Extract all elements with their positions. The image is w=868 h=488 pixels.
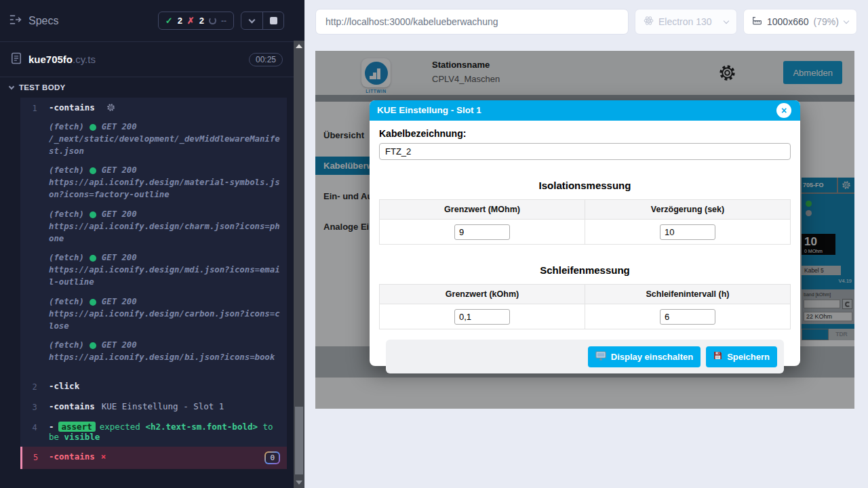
fetch-status: GET 200 — [102, 209, 137, 221]
spec-name: kue705fo — [28, 54, 73, 65]
status-dot-icon — [90, 342, 96, 349]
cypress-header: Specs ✓ 2 ✗ 2 -- — [0, 0, 294, 42]
monitor-icon — [595, 351, 606, 363]
spec-extension: .cy.ts — [73, 54, 96, 65]
loop-col2-header: Schleifenintervall (h) — [585, 285, 791, 304]
pending-count: -- — [221, 16, 226, 26]
status-dot-icon — [90, 299, 96, 306]
passed-icon: ✓ — [165, 16, 173, 26]
fetch-status: GET 200 — [102, 340, 137, 352]
stop-button[interactable] — [262, 12, 283, 29]
command-log: 1 -contains (fetch)GET 200 /_next/static… — [20, 98, 287, 469]
fetch-url: /_next/static/development/_devMiddleware… — [49, 134, 280, 158]
command-name: -contains — [49, 401, 95, 411]
command-row[interactable]: 1 -contains (fetch)GET 200 /_next/static… — [20, 98, 287, 376]
fetch-entry[interactable]: (fetch)GET 200 https://api.iconify.desig… — [49, 296, 280, 332]
passed-count: 2 — [178, 16, 182, 26]
loop-section-title: Schleifenmessung — [379, 264, 791, 276]
specs-label: Specs — [28, 15, 58, 27]
cable-name-input[interactable] — [379, 143, 791, 160]
fetch-url: https://api.iconify.design/bi.json?icons… — [49, 352, 280, 364]
fetch-label: (fetch) — [49, 340, 84, 352]
status-dot-icon — [90, 211, 96, 218]
modal-header: KUE Einstellung - Slot 1 × — [370, 100, 800, 121]
modal-footer: Display einschalten Speichern — [386, 340, 784, 373]
command-name: -contains — [49, 451, 95, 464]
main-area: http://localhost:3000/kabelueberwachung … — [304, 0, 868, 488]
command-number: 2 — [20, 381, 49, 392]
fetch-entry[interactable]: (fetch)GET 200 https://api.iconify.desig… — [49, 340, 280, 364]
close-icon: × — [781, 100, 787, 121]
fetch-label: (fetch) — [49, 209, 84, 221]
command-name: -click — [49, 381, 79, 391]
isolation-col2-header: Verzögerung (sek) — [585, 200, 791, 220]
loop-col1-header: Grenzwert (kOhm) — [380, 285, 585, 304]
command-name: -contains — [49, 102, 95, 113]
loop-table: Grenzwert (kOhm) Schleifenintervall (h) — [379, 284, 791, 329]
retry-count-badge: 0 — [264, 451, 280, 464]
chevron-down-icon — [9, 84, 14, 89]
status-dot-icon — [90, 167, 96, 174]
url-bar[interactable]: http://localhost:3000/kabelueberwachung — [315, 9, 629, 35]
loop-limit-input[interactable] — [454, 309, 510, 325]
save-label: Speichern — [727, 352, 770, 362]
command-row-failed[interactable]: 5 -contains × 0 — [20, 447, 287, 469]
chevron-down-icon — [844, 18, 849, 23]
fetch-entry[interactable]: (fetch)GET 200 /_next/static/development… — [49, 121, 280, 157]
command-dash: - — [49, 422, 54, 432]
viewport-selector[interactable]: 1000x660 (79%) — [743, 9, 857, 35]
fetch-url: https://api.iconify.design/charm.json?ic… — [49, 221, 280, 245]
isolation-limit-input[interactable] — [454, 224, 510, 240]
fail-x-icon: × — [101, 451, 106, 464]
status-dot-icon — [90, 255, 96, 262]
cable-name-label: Kabelbezeichnung: — [379, 128, 791, 139]
loop-interval-input[interactable] — [660, 309, 715, 325]
test-body-label: TEST BODY — [19, 83, 66, 92]
cypress-sidebar: Specs ✓ 2 ✗ 2 -- kue705fo.cy.ts 00:25 TE… — [0, 0, 294, 488]
command-row[interactable]: 2 -click — [20, 376, 287, 396]
gear-icon[interactable] — [106, 104, 115, 114]
stop-icon — [270, 17, 277, 24]
command-number: 1 — [20, 102, 49, 371]
command-number: 3 — [20, 401, 49, 412]
scroll-down-arrow-icon[interactable] — [296, 481, 302, 485]
isolation-section-title: Isolationsmessung — [379, 180, 791, 191]
display-on-button[interactable]: Display einschalten — [588, 346, 701, 367]
modal-title: KUE Einstellung - Slot 1 — [377, 105, 481, 115]
isolation-table: Grenzwert (MOhm) Verzögerung (sek) — [379, 199, 791, 245]
status-dot-icon — [90, 124, 96, 131]
fetch-status: GET 200 — [102, 252, 137, 264]
isolation-col1-header: Grenzwert (MOhm) — [380, 200, 585, 220]
sidebar-scrollbar — [294, 0, 304, 488]
document-icon — [11, 52, 22, 67]
specs-list-icon[interactable] — [9, 14, 22, 28]
scroll-up-arrow-icon[interactable] — [296, 44, 302, 48]
close-button[interactable]: × — [776, 103, 791, 118]
assert-badge: assert — [58, 422, 96, 432]
test-body-section-header[interactable]: TEST BODY — [0, 77, 294, 98]
fetch-label: (fetch) — [49, 165, 84, 177]
fetch-entry[interactable]: (fetch)GET 200 https://api.iconify.desig… — [49, 209, 280, 245]
fetch-entry[interactable]: (fetch)GET 200 https://api.iconify.desig… — [49, 252, 280, 288]
ruler-icon — [752, 16, 762, 28]
command-row[interactable]: 4 -assertexpected <h2.text-sm.font-bold>… — [20, 417, 287, 447]
fetch-url: https://api.iconify.design/material-symb… — [49, 177, 280, 201]
fetch-url: https://api.iconify.design/carbon.json?i… — [49, 308, 280, 333]
collapse-all-button[interactable] — [241, 12, 262, 29]
fetch-status: GET 200 — [102, 296, 137, 308]
command-row[interactable]: 3 -containsKUE Einstellung - Slot 1 — [20, 396, 287, 417]
browser-selector[interactable]: Electron 130 — [635, 9, 737, 35]
electron-icon — [644, 16, 654, 28]
scrollbar-track[interactable] — [294, 41, 304, 488]
run-controls — [241, 12, 284, 30]
chevron-down-icon — [724, 18, 729, 23]
display-on-label: Display einschalten — [611, 352, 693, 362]
scrollbar-thumb[interactable] — [295, 407, 303, 474]
floppy-disk-icon — [713, 351, 722, 362]
browser-name: Electron 130 — [658, 16, 712, 27]
fetch-entry[interactable]: (fetch)GET 200 https://api.iconify.desig… — [49, 165, 280, 201]
isolation-delay-input[interactable] — [660, 224, 715, 240]
fetch-label: (fetch) — [49, 296, 84, 308]
save-button[interactable]: Speichern — [706, 346, 777, 367]
spec-file-row[interactable]: kue705fo.cy.ts 00:25 — [0, 42, 294, 77]
